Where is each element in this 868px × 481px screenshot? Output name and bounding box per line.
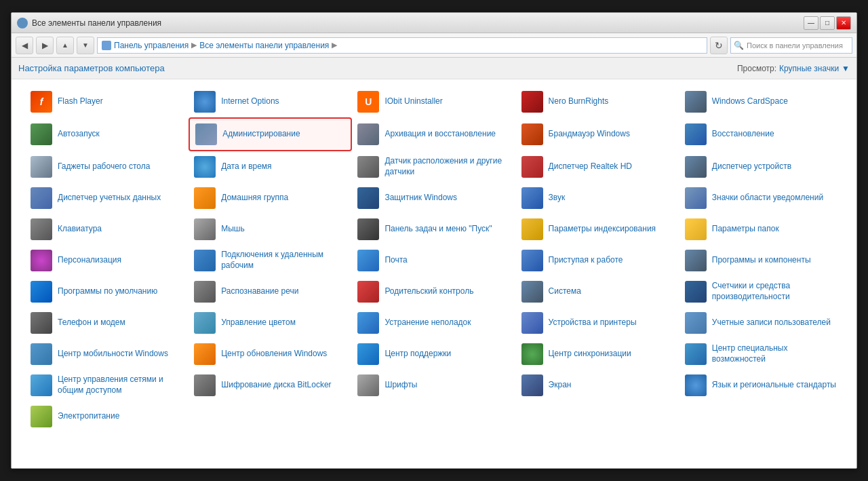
icon-system: [521, 281, 543, 303]
label-firewall: Брандмауэр Windows: [549, 129, 630, 140]
item-autorun[interactable]: Автозапуск: [25, 117, 189, 151]
item-defender[interactable]: Защитник Windows: [352, 182, 515, 214]
breadcrumb-all-items[interactable]: Все элементы панели управления: [199, 41, 329, 50]
icon-personalize: [31, 250, 52, 271]
item-taskbar[interactable]: Панель задач и меню "Пуск": [352, 214, 515, 245]
item-iobit[interactable]: IObit Uninstaller: [352, 86, 515, 117]
item-phone[interactable]: Телефон и модем: [25, 307, 189, 339]
up-button[interactable]: ▲: [56, 37, 74, 54]
icon-useraccts: [685, 312, 707, 334]
item-accessibility[interactable]: Центр специальных возможностей: [679, 339, 843, 370]
view-label: Просмотр:: [737, 64, 776, 73]
item-location[interactable]: Датчик расположения и другие датчики: [352, 151, 515, 182]
close-button[interactable]: ✕: [836, 16, 851, 30]
search-box[interactable]: 🔍 Поиск в панели управления: [730, 37, 852, 54]
label-display: Экран: [549, 380, 572, 391]
icon-internet-options: [194, 91, 216, 113]
item-remote[interactable]: Подключения к удаленным рабочим: [189, 245, 352, 276]
item-folderopt[interactable]: Параметры папок: [679, 214, 843, 245]
view-current[interactable]: Крупные значки: [779, 64, 839, 73]
item-firewall[interactable]: Брандмауэр Windows: [516, 117, 679, 151]
icon-keyboard: [31, 218, 52, 240]
item-devices[interactable]: Устройства и принтеры: [516, 307, 679, 339]
address-bar: ◀ ▶ ▲ ▼ Панель управления ▶ Все элементы…: [12, 33, 856, 58]
label-sound: Звук: [549, 193, 566, 204]
item-bitlocker[interactable]: Шифрование диска BitLocker: [189, 370, 352, 401]
label-mail: Почта: [384, 255, 407, 266]
label-keyboard: Клавиатура: [58, 224, 102, 235]
item-update[interactable]: Центр обновления Windows: [189, 339, 352, 370]
icon-display: [521, 374, 543, 396]
item-colormanage[interactable]: Управление цветом: [189, 307, 352, 339]
item-restore[interactable]: Восстановление: [679, 117, 843, 151]
item-flash[interactable]: Flash Player: [25, 86, 189, 117]
item-getstarted[interactable]: Приступая к работе: [516, 245, 679, 276]
icon-realtek: [521, 156, 543, 178]
item-accounts[interactable]: Диспетчер учетных данных: [25, 182, 189, 214]
item-counters[interactable]: Счетчики и средства производительности: [679, 276, 843, 307]
label-language: Язык и региональные стандарты: [712, 380, 836, 391]
label-defaults: Программы по умолчанию: [58, 286, 157, 297]
item-nero[interactable]: Nero BurnRights: [516, 86, 679, 117]
item-mobility[interactable]: Центр мобильности Windows: [25, 339, 189, 370]
label-getstarted: Приступая к работе: [549, 255, 623, 266]
recent-button[interactable]: ▼: [77, 37, 94, 54]
item-useraccts[interactable]: Учетные записи пользователей: [679, 307, 843, 339]
item-parental[interactable]: Родительский контроль: [352, 276, 515, 307]
item-admin[interactable]: Администрирование: [189, 117, 352, 151]
toolbar-title: Настройка параметров компьютера: [18, 63, 165, 73]
item-realtek[interactable]: Диспетчер Realtek HD: [516, 151, 679, 182]
item-indexing[interactable]: Параметры индексирования: [516, 214, 679, 245]
icon-indexing: [521, 218, 543, 240]
item-sync[interactable]: Центр синхронизации: [516, 339, 679, 370]
minimize-button[interactable]: —: [804, 16, 818, 30]
item-keyboard[interactable]: Клавиатура: [25, 214, 189, 245]
label-taskbar: Панель задач и меню "Пуск": [384, 224, 492, 235]
item-homegroup[interactable]: Домашняя группа: [189, 182, 352, 214]
item-sound[interactable]: Звук: [516, 182, 679, 214]
item-gadgets[interactable]: Гаджеты рабочего стола: [25, 151, 189, 182]
item-power[interactable]: Электропитание: [25, 401, 189, 432]
refresh-button[interactable]: ↻: [710, 37, 728, 54]
label-system: Система: [549, 286, 581, 297]
address-path[interactable]: Панель управления ▶ Все элементы панели …: [97, 37, 707, 54]
label-support: Центр поддержки: [384, 349, 451, 360]
label-archive: Архивация и восстановление: [384, 129, 496, 140]
maximize-button[interactable]: □: [820, 16, 835, 30]
view-selector: Просмотр: Крупные значки ▼: [737, 64, 850, 73]
icon-remote: [194, 250, 216, 271]
item-support[interactable]: Центр поддержки: [352, 339, 515, 370]
icon-mail: [357, 250, 379, 271]
item-programs[interactable]: Программы и компоненты: [679, 245, 843, 276]
label-iobit: IObit Uninstaller: [384, 96, 442, 107]
label-cardspace: Windows CardSpace: [712, 96, 788, 107]
item-network[interactable]: Центр управления сетями и общим доступом: [25, 370, 189, 401]
item-mail[interactable]: Почта: [352, 245, 515, 276]
label-mouse: Мышь: [221, 224, 245, 235]
label-colormanage: Управление цветом: [221, 318, 296, 328]
view-arrow[interactable]: ▼: [842, 64, 850, 73]
item-internet-options[interactable]: Internet Options: [189, 86, 352, 117]
item-devmgr[interactable]: Диспетчер устройств: [679, 151, 843, 182]
breadcrumb-control-panel[interactable]: Панель управления: [114, 41, 189, 50]
breadcrumb-sep-2: ▶: [332, 41, 337, 50]
item-personalize[interactable]: Персонализация: [25, 245, 189, 276]
item-cardspace[interactable]: Windows CardSpace: [679, 86, 843, 117]
item-defaults[interactable]: Программы по умолчанию: [25, 276, 189, 307]
item-troubleshoot[interactable]: Устранение неполадок: [352, 307, 515, 339]
item-fonts[interactable]: Шрифты: [352, 370, 515, 401]
item-datetime[interactable]: Дата и время: [189, 151, 352, 182]
item-mouse[interactable]: Мышь: [189, 214, 352, 245]
item-display[interactable]: Экран: [516, 370, 679, 401]
item-system[interactable]: Система: [516, 276, 679, 307]
item-notifyicons[interactable]: Значки области уведомлений: [679, 182, 843, 214]
item-archive[interactable]: Архивация и восстановление: [352, 117, 515, 151]
back-button[interactable]: ◀: [16, 37, 33, 54]
item-language[interactable]: Язык и региональные стандарты: [679, 370, 843, 401]
item-speech[interactable]: Распознавание речи: [189, 276, 352, 307]
icon-sound: [521, 187, 543, 209]
forward-button[interactable]: ▶: [36, 37, 54, 54]
label-gadgets: Гаджеты рабочего стола: [58, 161, 150, 172]
label-programs: Программы и компоненты: [712, 255, 811, 266]
icon-power: [31, 406, 52, 427]
